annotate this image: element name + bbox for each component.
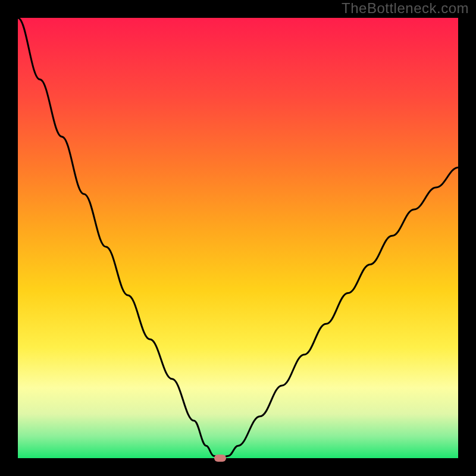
bottleneck-curve (18, 18, 458, 458)
chart-frame: TheBottleneck.com (0, 0, 476, 476)
optimal-marker (214, 455, 226, 462)
plot-area (18, 18, 458, 458)
watermark-text: TheBottleneck.com (342, 0, 469, 17)
